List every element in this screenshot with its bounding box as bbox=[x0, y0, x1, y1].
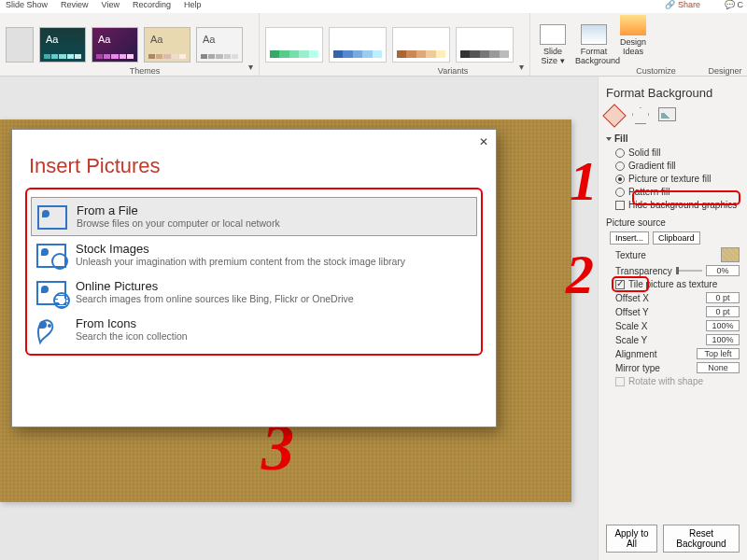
designer-group-label: Designer bbox=[703, 66, 747, 76]
tab-slideshow[interactable]: Slide Show bbox=[6, 0, 48, 13]
alignment-value[interactable]: Top left bbox=[697, 348, 740, 359]
theme-thumb[interactable]: Aa bbox=[39, 27, 86, 63]
annotation-1: 1 bbox=[570, 149, 598, 214]
offset-y-label: Offset Y bbox=[615, 307, 649, 317]
offset-y-value[interactable]: 0 pt bbox=[706, 306, 740, 317]
svg-point-0 bbox=[48, 324, 51, 328]
insert-picture-button[interactable]: Insert... bbox=[610, 231, 649, 245]
variant-thumb[interactable] bbox=[456, 27, 514, 63]
annotation-highlight-2 bbox=[612, 276, 649, 292]
pane-tab-effects-icon[interactable] bbox=[632, 107, 649, 124]
stock-images-icon bbox=[36, 244, 66, 268]
theme-thumb[interactable]: Aa bbox=[92, 27, 138, 63]
pane-tab-fill-icon[interactable] bbox=[602, 104, 626, 127]
offset-x-label: Offset X bbox=[615, 293, 649, 303]
dialog-title: Insert Pictures bbox=[29, 154, 496, 178]
scale-x-label: Scale X bbox=[615, 321, 647, 331]
transparency-label: Transparency bbox=[615, 266, 672, 276]
tab-review[interactable]: Review bbox=[61, 0, 89, 13]
annotation-highlight-1 bbox=[632, 190, 740, 205]
theme-thumb[interactable]: Aa bbox=[144, 27, 190, 63]
theme-thumb[interactable] bbox=[6, 27, 34, 63]
option-from-icons[interactable]: From IconsSearch the icon collection bbox=[31, 311, 477, 348]
tab-recording[interactable]: Recording bbox=[133, 0, 171, 13]
icons-icon bbox=[36, 318, 66, 343]
option-from-file[interactable]: From a FileBrowse files on your computer… bbox=[31, 197, 477, 236]
apply-to-all-button[interactable]: Apply to All bbox=[606, 525, 657, 553]
online-pictures-icon bbox=[36, 281, 66, 305]
radio-gradient-fill[interactable]: Gradient fill bbox=[615, 161, 740, 171]
insert-pictures-dialog: ✕ Insert Pictures From a FileBrowse file… bbox=[11, 129, 497, 427]
slide-size-button[interactable]: SlideSize ▾ bbox=[534, 24, 571, 65]
ribbon-tab-strip: Slide Show Review View Recording Help bbox=[0, 0, 747, 13]
option-online-pictures[interactable]: Online PicturesSearch images from online… bbox=[31, 273, 477, 311]
pane-tab-picture-icon[interactable] bbox=[658, 107, 676, 121]
file-icon bbox=[37, 205, 67, 230]
clipboard-button[interactable]: Clipboard bbox=[653, 231, 700, 245]
variant-thumb[interactable] bbox=[329, 27, 387, 63]
alignment-label: Alignment bbox=[615, 349, 656, 359]
reset-background-button[interactable]: Reset Background bbox=[663, 525, 740, 553]
tab-view[interactable]: View bbox=[102, 0, 120, 13]
radio-solid-fill[interactable]: Solid fill bbox=[615, 147, 740, 158]
scale-y-label: Scale Y bbox=[615, 335, 647, 345]
variants-group-label: Variants bbox=[317, 66, 588, 76]
lightning-icon: ⚡ bbox=[724, 0, 738, 2]
format-background-button[interactable]: FormatBackground bbox=[575, 24, 613, 65]
pane-title: Format Background bbox=[606, 86, 740, 100]
radio-picture-texture-fill[interactable]: Picture or texture fill bbox=[615, 174, 740, 184]
variant-thumb[interactable] bbox=[392, 27, 450, 63]
customize-group-label: Customize bbox=[616, 66, 696, 76]
transparency-slider[interactable] bbox=[676, 270, 702, 272]
mirror-label: Mirror type bbox=[615, 363, 660, 373]
share-button[interactable]: 🔗 Share bbox=[665, 0, 700, 9]
format-background-pane: Format Background Fill Solid fill Gradie… bbox=[598, 77, 747, 560]
option-stock-images[interactable]: Stock ImagesUnleash your imagination wit… bbox=[31, 236, 477, 273]
themes-group-label: Themes bbox=[0, 66, 289, 76]
scale-x-value[interactable]: 100% bbox=[706, 320, 740, 331]
mirror-value[interactable]: None bbox=[697, 362, 740, 373]
annotation-2: 2 bbox=[566, 243, 594, 307]
transparency-value[interactable]: 0% bbox=[706, 265, 740, 276]
scale-y-value[interactable]: 100% bbox=[706, 334, 740, 345]
theme-thumb[interactable]: Aa bbox=[196, 27, 243, 63]
offset-x-value[interactable]: 0 pt bbox=[706, 292, 740, 303]
dialog-options-highlight: From a FileBrowse files on your computer… bbox=[25, 188, 483, 356]
picture-source-label: Picture source bbox=[606, 217, 740, 228]
texture-swatch[interactable] bbox=[721, 247, 740, 262]
variant-thumb[interactable] bbox=[265, 27, 323, 63]
texture-label: Texture bbox=[615, 250, 646, 260]
dialog-close-button[interactable]: ✕ bbox=[479, 135, 488, 148]
tab-help[interactable]: Help bbox=[184, 0, 202, 13]
checkbox-rotate-with-shape: Rotate with shape bbox=[615, 376, 740, 386]
design-ribbon: Aa Aa Aa Aa ▾ ▾ SlideSize ▾ FormatBackgr… bbox=[0, 13, 747, 77]
fill-section-header[interactable]: Fill bbox=[614, 133, 627, 144]
